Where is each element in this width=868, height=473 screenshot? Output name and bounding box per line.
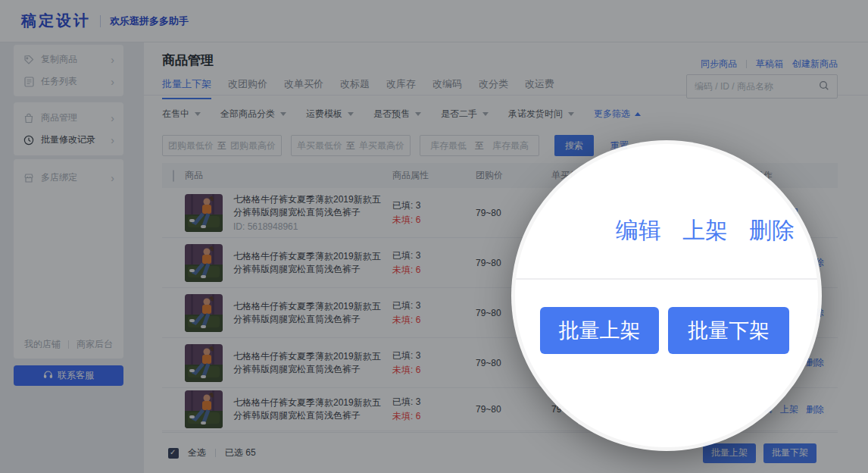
put-up-link[interactable]: 上架: [682, 215, 728, 246]
batch-up-button-magnified[interactable]: 批量上架: [540, 307, 659, 354]
magnified-row-actions: 编辑 上架 删除: [616, 215, 795, 246]
batch-down-button-magnified[interactable]: 批量下架: [668, 307, 789, 354]
delete-link[interactable]: 删除: [749, 215, 795, 246]
magnifier-circle: 编辑 上架 删除 批量上架 批量下架: [515, 144, 818, 447]
magnified-divider: [515, 278, 818, 280]
edit-link[interactable]: 编辑: [616, 215, 661, 246]
